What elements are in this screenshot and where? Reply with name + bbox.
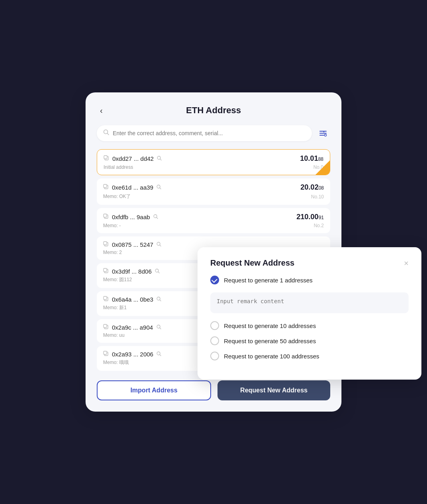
address-hash: 0x0875 ... 5247	[112, 241, 153, 248]
address-item[interactable]: 0xdd27 ... dd42 10.0188 Initial address …	[97, 149, 330, 175]
svg-line-1	[108, 134, 109, 135]
svg-rect-32	[104, 324, 107, 328]
address-search-icon[interactable]	[156, 242, 162, 248]
copy-icon[interactable]	[103, 324, 109, 331]
copy-icon[interactable]	[103, 184, 109, 191]
header: ‹ ETH Address	[97, 105, 330, 116]
address-memo: Memo: 新1	[103, 304, 127, 311]
svg-line-30	[160, 300, 161, 301]
copy-icon[interactable]	[103, 241, 109, 248]
modal-title: Request New Address	[210, 258, 294, 268]
copy-icon[interactable]	[103, 214, 109, 220]
svg-rect-16	[104, 214, 107, 217]
address-no: No.2	[314, 223, 324, 228]
address-item[interactable]: 0xe61d ... aa39 20.0208 Memo: OK了 No.10	[97, 178, 330, 205]
main-card: ‹ ETH Address	[86, 92, 341, 412]
search-icon	[103, 129, 110, 137]
address-search-icon[interactable]	[155, 268, 160, 275]
footer-buttons: Import Address Request New Address	[97, 380, 330, 400]
svg-line-38	[160, 354, 161, 356]
svg-line-22	[160, 245, 161, 246]
address-memo: Memo: -	[103, 223, 121, 228]
svg-rect-12	[104, 184, 107, 188]
address-memo: Memo: uu	[103, 332, 124, 338]
address-memo: Memo: OK了	[103, 193, 131, 200]
address-memo: Memo: 圆112	[103, 276, 132, 283]
request-new-address-button[interactable]: Request New Address	[217, 380, 330, 400]
search-row	[97, 125, 330, 141]
address-hash: 0xdd27 ... dd42	[112, 155, 154, 162]
modal-options: Request to generate 1 addresses Request …	[210, 276, 409, 360]
copy-icon[interactable]	[103, 351, 109, 358]
svg-line-14	[160, 188, 161, 189]
address-search-icon[interactable]	[156, 184, 162, 191]
radio-circle	[210, 352, 219, 360]
radio-label: Request to generate 50 addresses	[224, 338, 316, 344]
copy-icon[interactable]	[103, 268, 109, 275]
svg-line-18	[157, 217, 158, 218]
radio-option[interactable]: Request to generate 100 addresses	[210, 352, 409, 360]
modal-close-button[interactable]: ×	[404, 259, 409, 267]
svg-rect-28	[104, 296, 107, 300]
address-balance: 20.0208	[301, 183, 324, 192]
remark-input[interactable]	[210, 292, 409, 313]
radio-circle	[210, 336, 219, 345]
address-no: No.10	[311, 194, 324, 200]
address-hash: 0xe61d ... aa39	[112, 184, 153, 191]
address-item[interactable]: 0xfdfb ... 9aab 210.0091 Memo: - No.2	[97, 208, 330, 233]
page-title: ETH Address	[186, 105, 241, 116]
address-hash: 0x2a9c ... a904	[112, 324, 153, 331]
address-memo: Memo: 哦哦	[103, 359, 129, 366]
address-balance: 210.0091	[297, 213, 324, 221]
address-hash: 0x3d9f ... 8d06	[112, 268, 152, 275]
address-search-icon[interactable]	[156, 324, 162, 331]
address-search-icon[interactable]	[156, 351, 162, 358]
search-box	[97, 125, 312, 141]
address-hash: 0x2a93 ... 2006	[112, 351, 153, 358]
radio-label: Request to generate 10 addresses	[224, 322, 316, 329]
back-button[interactable]: ‹	[97, 104, 106, 117]
svg-rect-36	[104, 351, 107, 354]
address-search-icon[interactable]	[153, 214, 158, 220]
radio-label: Request to generate 100 addresses	[224, 353, 319, 360]
address-memo: Initial address	[104, 164, 133, 170]
request-new-address-modal: Request New Address × Request to generat…	[198, 247, 421, 380]
filter-button[interactable]	[316, 126, 330, 140]
modal-header: Request New Address ×	[210, 258, 409, 268]
address-hash: 0x6a4a ... 0be3	[112, 296, 153, 303]
svg-rect-24	[104, 268, 107, 272]
radio-circle	[210, 321, 219, 330]
radio-option[interactable]: Request to generate 1 addresses	[210, 276, 409, 284]
svg-rect-8	[104, 156, 107, 159]
radio-option[interactable]: Request to generate 50 addresses	[210, 336, 409, 345]
copy-icon[interactable]	[103, 296, 109, 303]
radio-option[interactable]: Request to generate 10 addresses	[210, 321, 409, 330]
svg-line-26	[158, 272, 160, 273]
svg-line-10	[160, 159, 162, 160]
svg-point-5	[325, 134, 327, 136]
import-address-button[interactable]: Import Address	[97, 380, 211, 400]
selected-badge	[315, 160, 330, 175]
address-memo: Memo: 2	[103, 250, 122, 255]
copy-icon[interactable]	[104, 155, 109, 162]
search-input[interactable]	[113, 130, 305, 136]
svg-line-34	[160, 328, 161, 329]
radio-circle	[210, 276, 219, 284]
svg-rect-20	[104, 242, 107, 245]
radio-label: Request to generate 1 addresses	[224, 277, 313, 284]
address-search-icon[interactable]	[156, 296, 162, 303]
address-hash: 0xfdfb ... 9aab	[112, 214, 150, 220]
address-search-icon[interactable]	[157, 156, 162, 162]
